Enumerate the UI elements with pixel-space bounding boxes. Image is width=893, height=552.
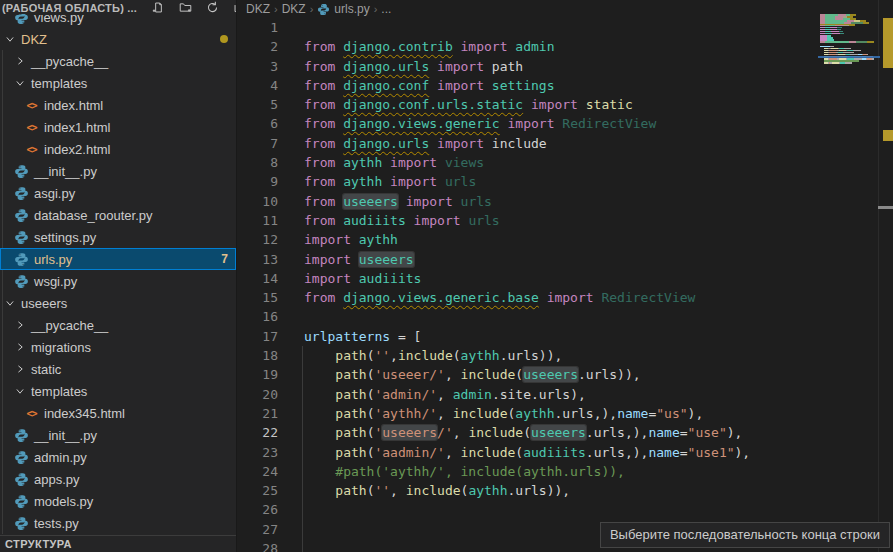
breadcrumb-item[interactable]: DKZ [282,2,306,16]
explorer-pane-header: (РАБОЧАЯ ОБЛАСТЬ) ... [0,0,236,14]
eol-tooltip: Выберите последовательность конца строки [600,522,890,548]
code-line-22[interactable]: 22 path('useeers/', include(useeers.urls… [238,423,893,442]
tree-item-tests-py[interactable]: tests.py [0,512,236,534]
code-line-5[interactable]: 5from django.conf.urls.static import sta… [238,95,893,114]
line-number: 10 [238,192,278,211]
modified-dot [220,35,228,43]
python-file-icon [14,516,29,531]
outline-section-header[interactable]: СТРУКТУРА [0,535,236,552]
line-number: 28 [238,539,278,552]
code-line-1[interactable]: 1 [238,18,893,37]
line-number: 26 [238,500,278,519]
collapse-folders-icon[interactable] [232,1,237,15]
code-line-9[interactable]: 9from aythh import urls [238,172,893,191]
code-line-21[interactable]: 21 path('aythh/', include(aythh.urls,),n… [238,404,893,423]
breadcrumb-item[interactable]: urls.py [317,2,369,16]
code-text: from django.urls import path [278,57,523,76]
code-line-19[interactable]: 19 path('useeer/', include(useeers.urls)… [238,365,893,384]
code-line-20[interactable]: 20 path('admin/', admin.site.urls), [238,385,893,404]
tree-item-index345-html[interactable]: <>index345.html [0,402,236,424]
code-area[interactable]: 12from django.contrib import admin3from … [238,18,893,552]
tree-item-apps-py[interactable]: apps.py [0,468,236,490]
tree-item-label: admin.py [34,450,87,465]
tree-item-label: urls.py [34,252,72,267]
tree-item-index2-html[interactable]: <>index2.html [0,138,236,160]
tree-item-settings-py[interactable]: settings.py [0,226,236,248]
code-line-13[interactable]: 13import useeers [238,250,893,269]
editor-pane: DKZ›DKZ›urls.py›... 12from django.contri… [238,0,893,552]
tree-item-models-py[interactable]: models.py [0,490,236,512]
code-line-15[interactable]: 15from django.views.generic.base import … [238,288,893,307]
tree-item-useeers[interactable]: useeers [0,292,236,314]
code-text [278,500,304,519]
code-line-12[interactable]: 12import aythh [238,230,893,249]
code-line-2[interactable]: 2from django.contrib import admin [238,37,893,56]
refresh-icon[interactable] [205,1,219,15]
minimap[interactable] [820,12,878,71]
code-line-26[interactable]: 26 [238,500,893,519]
breadcrumb-item[interactable]: ... [381,2,391,16]
tree-item--pycache-[interactable]: __pycache__ [0,50,236,72]
tree-item-static[interactable]: static [0,358,236,380]
line-number: 2 [238,37,278,56]
code-line-4[interactable]: 4from django.conf import settings [238,76,893,95]
tree-item-label: tests.py [34,516,79,531]
tree-item--init-py[interactable]: __init__.py [0,160,236,182]
html-file-icon: <> [24,100,39,111]
tree-item-templates[interactable]: templates [0,380,236,402]
tree-item-label: models.py [34,494,93,509]
python-file-icon [14,428,29,443]
code-line-7[interactable]: 7from django.urls import include [238,134,893,153]
python-file-icon [14,274,29,289]
code-line-8[interactable]: 8from aythh import views [238,153,893,172]
code-line-16[interactable]: 16 [238,307,893,326]
vscode-window: (РАБОЧАЯ ОБЛАСТЬ) ... [0,0,893,552]
tree-item-database-roouter-py[interactable]: database_roouter.py [0,204,236,226]
tree-item-index1-html[interactable]: <>index1.html [0,116,236,138]
code-text: path('aythh/', include(aythh.urls,),name… [278,404,703,423]
tree-item-asgi-py[interactable]: asgi.py [0,182,236,204]
code-line-6[interactable]: 6from django.views.generic import Redire… [238,114,893,133]
tree-item-urls-py[interactable]: urls.py7 [0,248,236,270]
code-text: from aythh import urls [278,172,476,191]
code-line-14[interactable]: 14import audiiits [238,269,893,288]
breadcrumb-label: DKZ [246,2,270,16]
tree-item-wsgi-py[interactable]: wsgi.py [0,270,236,292]
code-line-25[interactable]: 25 path('', include(aythh.urls)), [238,481,893,500]
tree-item-dkz[interactable]: DKZ [0,28,236,50]
new-file-icon[interactable] [151,1,165,15]
breadcrumb-label: DKZ [282,2,306,16]
breadcrumb-item[interactable]: DKZ [246,2,270,16]
tree-item--pycache-[interactable]: __pycache__ [0,314,236,336]
tree-item-migrations[interactable]: migrations [0,336,236,358]
new-folder-icon[interactable] [178,1,192,15]
tree-item-label: index1.html [44,120,110,135]
code-text [278,307,304,326]
tree-item--init-py[interactable]: __init__.py [0,424,236,446]
code-line-23[interactable]: 23 path('aadmin/', include(audiiits.urls… [238,443,893,462]
line-number: 17 [238,327,278,346]
tree-item-label: database_roouter.py [34,208,153,223]
tree-item-templates[interactable]: templates [0,72,236,94]
code-line-18[interactable]: 18 path('',include(aythh.urls)), [238,346,893,365]
code-line-11[interactable]: 11from audiiits import urls [238,211,893,230]
code-text: from django.contrib import admin [278,37,554,56]
code-text: import aythh [278,230,398,249]
code-text: path('useeer/', include(useeers.urls)), [278,365,641,384]
breadcrumb-separator: › [373,3,379,15]
code-line-24[interactable]: 24 #path('aythh/', include(aythh.urls)), [238,462,893,481]
code-text [278,539,304,552]
html-file-icon: <> [24,122,39,133]
html-file-icon: <> [24,408,39,419]
code-line-10[interactable]: 10from useeers import urls [238,192,893,211]
overview-ruler[interactable] [878,0,893,552]
tree-item-admin-py[interactable]: admin.py [0,446,236,468]
line-number: 20 [238,385,278,404]
tree-item-index-html[interactable]: <>index.html [0,94,236,116]
tree-item-label: useeers [21,296,67,311]
eol-tooltip-text: Выберите последовательность конца строки [610,527,880,542]
code-line-17[interactable]: 17urlpatterns = [ [238,327,893,346]
code-line-3[interactable]: 3from django.urls import path [238,57,893,76]
explorer-actions [151,1,237,15]
ruler-mark [883,18,893,68]
